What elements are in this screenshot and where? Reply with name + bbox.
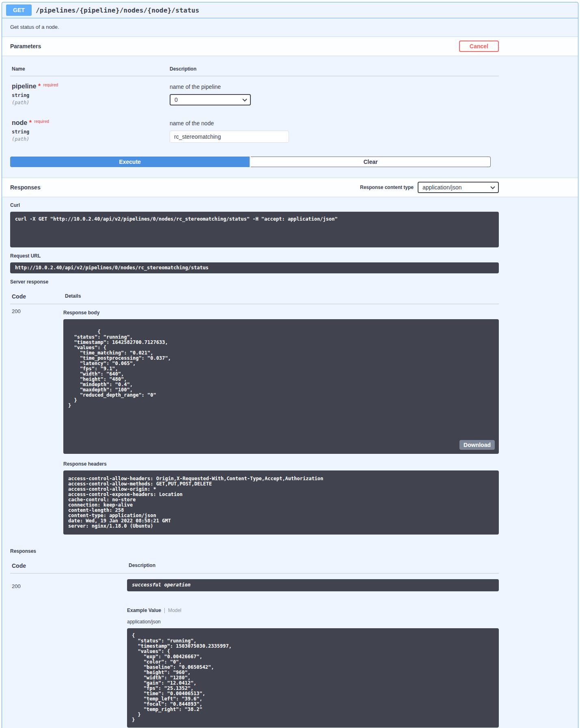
download-button[interactable]: Download	[459, 440, 495, 450]
required-star: *	[29, 119, 32, 126]
execute-button[interactable]: Execute	[10, 157, 250, 167]
param-row-node: node * required string (path) name of th…	[10, 113, 499, 150]
response-content-type-label: Response content type	[360, 185, 414, 190]
node-input[interactable]	[170, 131, 289, 143]
curl-command: curl -X GET "http://10.0.2.40/api/v2/pip…	[10, 212, 499, 247]
request-url-value: http://10.0.2.40/api/v2/pipelines/0/node…	[10, 262, 499, 273]
required-label: required	[34, 119, 49, 124]
parameters-table: Name Description pipeline * required str…	[10, 56, 499, 151]
server-response-label: Server response	[10, 279, 499, 285]
response-body-code: { "status": "running", "timestamp": 1642…	[63, 319, 499, 454]
responses-title: Responses	[10, 184, 41, 191]
request-url-label: Request URL	[10, 253, 499, 259]
execute-row: Execute Clear	[10, 157, 491, 167]
param-location: (path)	[12, 100, 168, 105]
get-method-badge: GET	[6, 4, 32, 16]
server-response-row: 200 Response body { "status": "running",…	[10, 304, 499, 540]
details-column-header: Details	[63, 288, 499, 304]
description-column-header: Description	[127, 558, 499, 573]
parameters-title: Parameters	[10, 43, 41, 49]
param-location: (path)	[12, 136, 168, 142]
endpoint-description: Get status of a node.	[2, 18, 578, 37]
responses-header: Responses Response content type applicat…	[2, 178, 578, 197]
param-description: name of the pipeline	[170, 84, 499, 90]
example-model-tabs: Example Value Model	[127, 608, 499, 613]
parameters-header: Parameters Cancel	[2, 37, 578, 56]
required-label: required	[43, 83, 58, 87]
pipeline-select[interactable]: 0	[170, 94, 251, 105]
param-type: string	[12, 92, 168, 98]
tab-model[interactable]: Model	[168, 608, 181, 613]
tab-example-value[interactable]: Example Value	[127, 608, 161, 613]
responses-doc-title: Responses	[10, 548, 499, 554]
code-column-header: Code	[10, 558, 127, 573]
status-code: 200	[10, 304, 63, 540]
response-row-200: 200 successful operation Example Value M…	[10, 579, 499, 728]
tab-separator	[164, 608, 165, 613]
param-name: node	[12, 119, 27, 126]
curl-label: Curl	[10, 202, 499, 208]
param-type: string	[12, 129, 168, 135]
response-headers-label: Response headers	[63, 461, 499, 467]
clear-button[interactable]: Clear	[251, 157, 491, 167]
media-type-label: application/json	[127, 619, 499, 625]
response-description: successful operation	[127, 579, 499, 591]
param-name: pipeline	[12, 83, 36, 90]
required-star: *	[38, 83, 41, 90]
opblock-get: GET /pipelines/{pipeline}/nodes/{node}/s…	[2, 2, 578, 728]
code-column-header: Code	[10, 288, 63, 304]
response-content-type-select[interactable]: application/json	[418, 182, 499, 193]
endpoint-path: /pipelines/{pipeline}/nodes/{node}/statu…	[36, 6, 199, 14]
response-body-label: Response body	[63, 310, 499, 316]
param-row-pipeline: pipeline * required string (path) name o…	[10, 76, 499, 113]
responses-live-area: Curl curl -X GET "http://10.0.2.40/api/v…	[10, 202, 499, 728]
param-description: name of the node	[170, 120, 499, 127]
col-description-header: Description	[168, 61, 499, 76]
example-json-code: { "status": "running", "timestamp": 1503…	[127, 628, 499, 728]
response-headers-code: access-control-allow-headers: Origin,X-R…	[63, 470, 499, 535]
cancel-button[interactable]: Cancel	[459, 41, 499, 52]
endpoint-summary[interactable]: GET /pipelines/{pipeline}/nodes/{node}/s…	[2, 2, 578, 18]
status-code: 200	[10, 579, 127, 728]
col-name-header: Name	[10, 61, 168, 76]
